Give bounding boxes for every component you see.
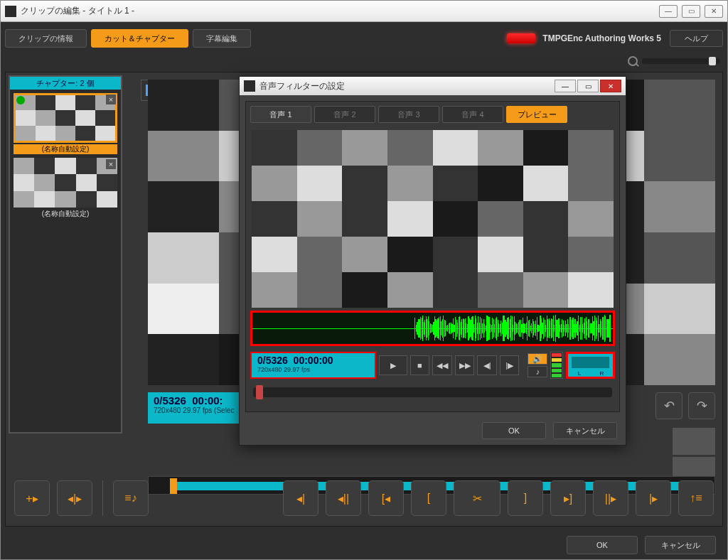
dialog-title: 音声フィルターの設定 <box>259 80 553 92</box>
chapter-close-icon[interactable]: × <box>106 159 116 169</box>
chapter-label: (名称自動設定) <box>14 209 117 219</box>
top-tab-bar: クリップの情報 カット＆チャプター 字幕編集 TMPGEnc Authoring… <box>5 26 723 50</box>
app-icon <box>5 6 16 17</box>
step-fwd-button[interactable]: |▸ <box>636 480 671 516</box>
lr-l-label: L <box>568 370 590 377</box>
chapter-sidebar: チャプター: 2 個 × (名称自動設定) × (名称自動設定) <box>9 75 122 434</box>
prev-frame-button[interactable]: ◀| <box>477 355 497 375</box>
dialog-minimize-button[interactable]: — <box>555 80 576 92</box>
play-button[interactable]: ▶ <box>379 355 407 375</box>
side-thumb[interactable] <box>673 428 715 455</box>
audio-filter-dialog: 音声フィルターの設定 — ▭ ✕ 音声 1 音声 2 音声 3 音声 4 プレビ… <box>239 76 626 446</box>
lr-r-label: R <box>591 370 613 377</box>
split-button[interactable]: ◂|▸ <box>57 480 92 516</box>
dialog-content: 音声 1 音声 2 音声 3 音声 4 プレビュー 0/5326 00:00:0 <box>245 101 620 412</box>
brand-led-icon <box>507 33 535 43</box>
bottom-toolbar: +▸ ◂|▸ ≡♪ ◂| ◂|| [◂ [ ✂ ] ▸] ||▸ |▸ ↑≡ <box>9 473 719 523</box>
dialog-ok-button[interactable]: OK <box>482 422 546 439</box>
frame-back-button[interactable]: ◂|| <box>326 480 361 516</box>
frame-counter: 0/5326 <box>154 394 186 406</box>
stop-button[interactable]: ■ <box>410 355 430 375</box>
chapter-label: (名称自動設定) <box>14 144 117 154</box>
undo-button[interactable]: ↶ <box>655 392 682 419</box>
mark-out-jump-button[interactable]: ▸] <box>550 480 586 516</box>
dialog-preview <box>252 130 614 308</box>
redo-button[interactable]: ↷ <box>688 392 715 419</box>
help-button[interactable]: ヘルプ <box>670 30 723 47</box>
note-icon[interactable]: ♪ <box>528 366 547 377</box>
frame-fwd-button[interactable]: ||▸ <box>593 480 628 516</box>
waveform-display[interactable] <box>250 311 615 346</box>
chapter-close-icon[interactable]: × <box>106 95 116 104</box>
timecode: 00:00: <box>192 394 223 406</box>
volume-meter <box>550 352 563 379</box>
zoom-row <box>5 53 723 69</box>
window-title: クリップの編集 - タイトル 1 - <box>21 5 659 17</box>
brand-text: TMPGEnc Authoring Works 5 <box>542 33 661 43</box>
zoom-icon[interactable] <box>628 56 638 66</box>
step-back-button[interactable]: ◂| <box>283 480 318 516</box>
chapter-item-2[interactable]: × (名称自動設定) <box>14 158 117 219</box>
dialog-seek-slider[interactable] <box>253 387 612 397</box>
zoom-slider[interactable] <box>642 58 720 64</box>
dialog-footer: OK キャンセル <box>240 416 626 445</box>
ffwd-button[interactable]: ▶▶ <box>455 355 475 375</box>
dialog-controls: 0/5326 00:00:00 720x480 29.97 fps ▶ ■ ◀◀… <box>250 350 615 380</box>
titlebar: クリップの編集 - タイトル 1 - — ▭ ✕ <box>1 1 727 22</box>
chapter-active-dot-icon <box>16 96 25 104</box>
audio-tab-1[interactable]: 音声 1 <box>250 106 311 123</box>
tab-subtitle[interactable]: 字幕編集 <box>193 29 251 48</box>
audio-tab-2[interactable]: 音声 2 <box>314 106 375 123</box>
dialog-video-meta: 720x480 29.97 fps <box>257 366 369 373</box>
rewind-button[interactable]: ◀◀ <box>432 355 452 375</box>
seek-thumb-icon[interactable] <box>256 385 263 399</box>
ok-button[interactable]: OK <box>567 536 638 554</box>
maximize-button[interactable]: ▭ <box>682 5 700 18</box>
dialog-timecode: 00:00:00 <box>294 355 333 366</box>
audio-tab-preview[interactable]: プレビュー <box>506 106 567 123</box>
minimize-button[interactable]: — <box>659 5 678 18</box>
speaker-icon[interactable]: 🔊 <box>528 353 547 365</box>
tab-clip-info[interactable]: クリップの情報 <box>5 29 87 48</box>
cut-range-button[interactable]: ✂ <box>454 480 500 516</box>
cancel-button[interactable]: キャンセル <box>645 536 716 554</box>
dialog-frame-counter: 0/5326 <box>257 355 288 366</box>
dialog-maximize-button[interactable]: ▭ <box>577 80 599 92</box>
dialog-icon <box>244 80 255 92</box>
close-button[interactable]: ✕ <box>705 5 723 18</box>
chapter-list-button[interactable]: ↑≡ <box>678 480 714 516</box>
next-frame-button[interactable]: |▶ <box>500 355 520 375</box>
lr-level-meter: L R <box>566 352 615 379</box>
audio-filter-button[interactable]: ≡♪ <box>113 480 149 516</box>
chapter-thumbnail <box>14 158 117 208</box>
dialog-close-button[interactable]: ✕ <box>600 80 621 92</box>
add-chapter-button[interactable]: +▸ <box>14 480 50 516</box>
dialog-cancel-button[interactable]: キャンセル <box>553 422 617 439</box>
tab-cut-chapter[interactable]: カット＆チャプター <box>91 29 188 48</box>
mark-out-button[interactable]: ] <box>508 480 543 516</box>
audio-tabs: 音声 1 音声 2 音声 3 音声 4 プレビュー <box>246 102 619 127</box>
chapter-item-1[interactable]: × (名称自動設定) <box>14 93 117 154</box>
chapter-thumbnail <box>14 93 117 143</box>
main-window: クリップの編集 - タイトル 1 - — ▭ ✕ クリップの情報 カット＆チャプ… <box>0 0 728 560</box>
main-footer: OK キャンセル <box>1 531 727 559</box>
dialog-titlebar: 音声フィルターの設定 — ▭ ✕ <box>240 77 626 95</box>
audio-tab-3[interactable]: 音声 3 <box>378 106 439 123</box>
sidebar-header: チャプター: 2 個 <box>10 77 121 90</box>
dialog-time-display: 0/5326 00:00:00 720x480 29.97 fps <box>250 352 376 379</box>
audio-tab-4[interactable]: 音声 4 <box>442 106 503 123</box>
mark-in-jump-button[interactable]: [◂ <box>368 480 404 516</box>
mark-in-button[interactable]: [ <box>411 480 446 516</box>
